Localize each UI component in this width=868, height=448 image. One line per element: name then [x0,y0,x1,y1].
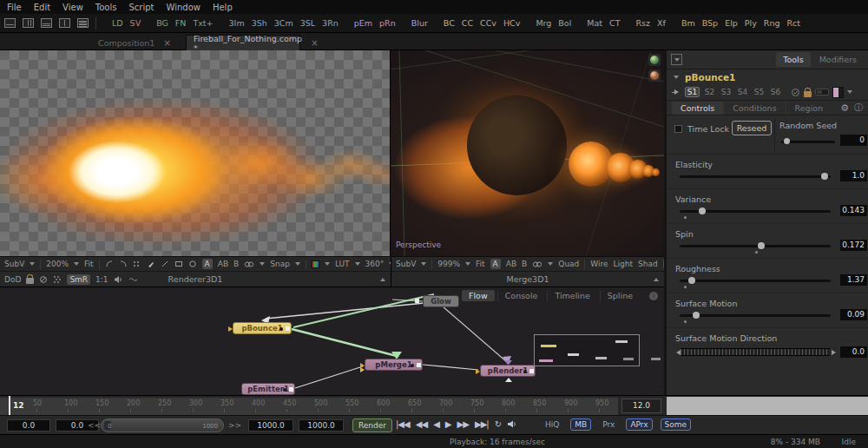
slider-value[interactable]: 0.172 [840,240,867,251]
light-widget-icon[interactable] [648,54,661,66]
chevron-down-icon[interactable] [74,262,79,268]
node-input-icon[interactable] [360,367,365,372]
quality-toggle[interactable]: APrx [626,418,652,431]
zoom-level[interactable]: 999% [437,260,460,268]
tool-shortcut[interactable]: LD [112,18,123,28]
close-icon[interactable]: × [311,38,318,48]
transport-button[interactable]: |◀◀ [396,419,410,429]
layout-mixed-icon[interactable] [59,18,70,28]
tool-shortcut[interactable]: HCv [503,18,520,28]
menu-item[interactable]: View [62,3,83,12]
chevron-down-icon[interactable] [548,262,553,268]
node-effect-mask-icon[interactable] [505,360,512,368]
chevron-down-icon[interactable] [260,262,265,268]
version-slot[interactable]: S6 [769,88,782,96]
tool-header[interactable]: pBounce1 [667,69,868,84]
tab-composition1[interactable]: Composition1 × [91,35,182,50]
menu-item[interactable]: Help [213,3,233,12]
line-tool-icon[interactable] [161,260,169,268]
node-output-icon[interactable] [417,363,421,367]
menu-item[interactable]: Edit [34,3,50,12]
global-end-field[interactable]: 1000.0 [299,419,344,432]
transport-button[interactable]: ▶▶ [457,419,469,429]
tool-shortcut[interactable]: CC [462,18,473,28]
node-pemitter1[interactable]: pEmitter1 [241,383,295,395]
slider-value[interactable]: 1.0 [840,170,867,181]
slider-value[interactable]: 0.09 [840,309,867,320]
speaker-icon[interactable] [507,419,517,429]
tool-shortcut[interactable]: 3SL [300,18,315,28]
time-lock-checkbox[interactable] [674,125,682,133]
quad-view-button[interactable]: Quad [558,260,579,268]
shift-left-button[interactable]: << [88,421,101,430]
light-mode-button[interactable]: Light [614,260,633,268]
time-ruler[interactable]: 5010015020025030035040045050055060065070… [0,395,868,415]
chevron-down-icon[interactable] [421,262,426,268]
slider-value[interactable]: 1.37 [840,274,867,286]
buffer-ab-button[interactable]: AB [506,260,516,268]
transport-button[interactable]: ◀◀ [416,419,427,429]
chevron-down-icon[interactable] [355,262,360,268]
lut-button[interactable]: LUT [335,260,350,268]
slider-thumb[interactable] [784,138,790,144]
flow-tab[interactable]: Flow [462,290,495,301]
tool-shortcut[interactable]: Xf [657,18,666,28]
slider-track[interactable] [680,314,831,317]
slider-thumb[interactable] [758,242,765,249]
right-view-source-name[interactable]: Merge3D1 [391,274,664,284]
node-output-icon[interactable] [529,369,534,373]
left-view-source-name[interactable]: Renderer3D1 [0,274,391,284]
flow-editor[interactable]: Glow pBounce1 pEmitter1 pMerge1 pRender1 [0,287,664,395]
curve-tool-icon[interactable] [105,260,114,268]
node-branch-icon[interactable] [505,374,512,382]
buffer-a-button[interactable]: A [202,259,213,269]
camera-widget-icon[interactable] [648,69,661,82]
control-tab[interactable]: Controls [672,102,723,115]
current-frame-display[interactable]: 12.0 [621,399,661,413]
fit-button[interactable]: Fit [476,260,485,268]
slider-thumb[interactable] [699,208,706,214]
tool-shortcut[interactable]: 3Sh [252,18,267,28]
gang-icon[interactable] [532,260,542,268]
layout-rows-icon[interactable] [41,18,52,28]
tool-shortcut[interactable]: 3Rn [322,18,339,28]
buffer-a-button[interactable]: A [490,259,501,269]
menu-item[interactable]: File [7,3,22,12]
slider-track[interactable] [680,245,831,247]
shift-right-button[interactable]: >> [228,421,241,430]
node-pmerge1[interactable]: pMerge1 [365,359,423,371]
random-seed-value[interactable]: 0 [840,135,867,146]
info-icon[interactable]: ⓘ [854,102,863,114]
pass-through-toggle[interactable] [815,89,829,96]
flow-tab[interactable]: Console [497,290,545,301]
layout-columns-icon[interactable] [23,18,34,28]
chevron-down-icon[interactable] [30,262,35,268]
tool-shortcut[interactable]: Rsz [636,18,651,28]
lock-icon[interactable] [804,91,812,97]
node-pbounce1[interactable]: pBounce1 [233,322,292,334]
layout-single-icon[interactable] [4,18,16,28]
transport-button[interactable]: ◀ [433,419,439,429]
collapse-icon[interactable] [674,76,679,82]
playhead[interactable] [9,396,10,416]
tool-shortcut[interactable]: Mrg [536,18,551,28]
flow-tab[interactable]: Spline [600,290,640,301]
slider-value[interactable]: 0.143 [840,205,867,216]
tab-modifiers[interactable]: Modifiers [812,52,864,67]
snap-button[interactable]: Snap [270,260,290,268]
tool-shortcut[interactable]: CCv [480,18,496,28]
tool-shortcut[interactable]: 3Cm [274,18,293,28]
chevron-up-icon[interactable] [654,275,659,281]
tile-color-swatch[interactable] [832,87,844,98]
shadow-mode-button[interactable]: Shad [638,260,658,268]
range-end-field[interactable]: 1000.0 [248,419,293,432]
360-view-button[interactable]: 360° [365,260,385,268]
slider-track[interactable] [680,175,831,178]
wheel-right-arrow-icon[interactable] [832,350,838,355]
tool-shortcut[interactable]: Bm [681,18,695,28]
tool-shortcut[interactable]: Elp [725,18,738,28]
chevron-down-icon[interactable] [847,90,852,96]
buffer-b-button[interactable]: B [233,260,239,268]
quality-toggle[interactable]: HiQ [542,419,562,430]
layout-stack-icon[interactable] [77,18,89,28]
